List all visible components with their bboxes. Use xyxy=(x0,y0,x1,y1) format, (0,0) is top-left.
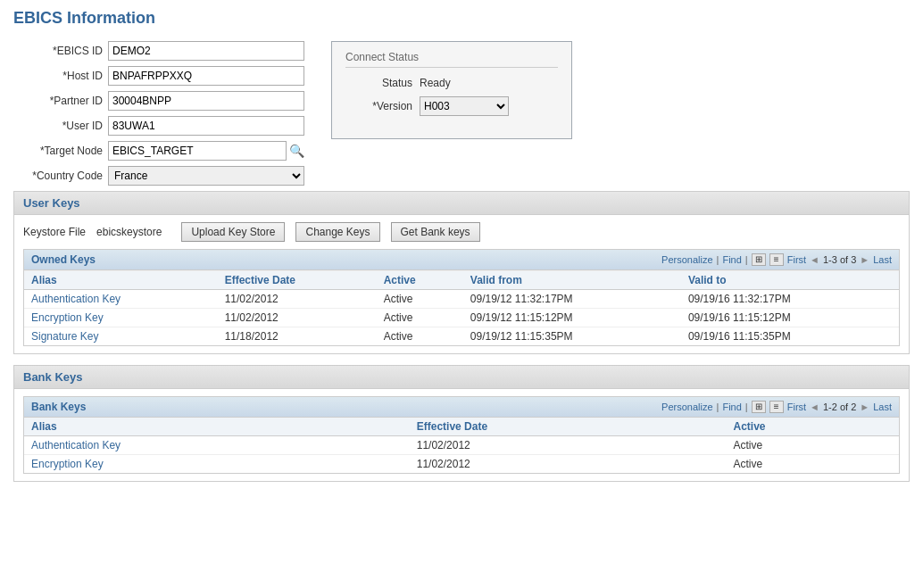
target-node-input[interactable] xyxy=(108,141,287,161)
bank-list-icon[interactable]: ≡ xyxy=(769,401,784,413)
col-alias: Alias xyxy=(24,271,218,290)
keystore-filename: ebicskeystore xyxy=(96,226,162,238)
country-code-select[interactable]: France Germany United States United King… xyxy=(108,166,304,186)
keystore-label: Keystore File xyxy=(23,226,86,238)
page-title: EBICS Information xyxy=(13,9,910,28)
valid-from-cell: 09/19/12 11:15:35PM xyxy=(463,327,681,346)
col-effective-date: Effective Date xyxy=(218,271,377,290)
user-id-label: *User ID xyxy=(13,120,103,132)
owned-keys-table: Alias Effective Date Active Valid from V… xyxy=(24,270,899,345)
ebics-id-input[interactable] xyxy=(108,41,304,61)
owned-keys-title: Owned Keys xyxy=(31,253,96,266)
host-id-input[interactable] xyxy=(108,66,304,86)
valid-to-cell: 09/19/16 11:15:12PM xyxy=(681,309,899,327)
table-row: Authentication Key 11/02/2012 Active 09/… xyxy=(24,290,899,309)
alias-link[interactable]: Authentication Key xyxy=(31,293,121,305)
change-keys-button[interactable]: Change Keys xyxy=(295,222,379,242)
get-bank-keys-button[interactable]: Get Bank keys xyxy=(391,222,480,242)
grid-icon[interactable]: ⊞ xyxy=(752,253,766,266)
table-row: Authentication Key 11/02/2012 Active xyxy=(24,436,899,455)
bank-effective-date-cell: 11/02/2012 xyxy=(410,455,727,474)
host-id-label: *Host ID xyxy=(13,70,103,82)
bank-keys-section: Bank Keys Bank Keys Personalize | Find |… xyxy=(13,365,910,482)
bank-col-active: Active xyxy=(726,418,899,436)
status-label: Status xyxy=(345,77,412,89)
bank-grid-icon[interactable]: ⊞ xyxy=(752,401,766,413)
bank-personalize-link[interactable]: Personalize xyxy=(661,402,712,412)
bank-pagination-text: 1-2 of 2 xyxy=(823,402,856,412)
valid-from-cell: 09/19/12 11:15:12PM xyxy=(463,309,681,327)
bank-effective-date-cell: 11/02/2012 xyxy=(410,436,727,455)
user-keys-section: User Keys Keystore File ebicskeystore Up… xyxy=(13,191,910,354)
prev-nav[interactable]: ◄ xyxy=(810,254,819,265)
pagination-text: 1-3 of 3 xyxy=(823,254,856,265)
upload-keystore-button[interactable]: Upload Key Store xyxy=(181,222,285,242)
table-row: Encryption Key 11/02/2012 Active 09/19/1… xyxy=(24,309,899,327)
effective-date-cell: 11/18/2012 xyxy=(218,327,377,346)
valid-to-cell: 09/19/16 11:15:35PM xyxy=(681,327,899,346)
owned-keys-panel: Owned Keys Personalize | Find | ⊞ ≡ Firs… xyxy=(23,249,900,346)
bank-active-cell: Active xyxy=(726,455,899,474)
bank-prev-nav[interactable]: ◄ xyxy=(810,402,819,412)
version-select[interactable]: H003 H004 H005 xyxy=(420,96,509,116)
bank-first-label[interactable]: First xyxy=(787,402,806,412)
connect-status-panel: Connect Status Status Ready *Version H00… xyxy=(331,41,572,139)
effective-date-cell: 11/02/2012 xyxy=(218,290,377,309)
col-valid-from: Valid from xyxy=(463,271,681,290)
bank-col-effective-date: Effective Date xyxy=(410,418,727,436)
alias-link[interactable]: Signature Key xyxy=(31,330,98,343)
active-cell: Active xyxy=(377,327,463,346)
table-row: Signature Key 11/18/2012 Active 09/19/12… xyxy=(24,327,899,346)
owned-keys-pagination: Personalize | Find | ⊞ ≡ First ◄ 1-3 of … xyxy=(661,253,892,266)
ebics-id-label: *EBICS ID xyxy=(13,45,103,57)
bank-alias-link[interactable]: Encryption Key xyxy=(31,458,104,470)
last-label[interactable]: Last xyxy=(873,254,892,265)
active-cell: Active xyxy=(377,309,463,327)
personalize-link[interactable]: Personalize xyxy=(661,254,712,265)
target-node-search-icon[interactable]: 🔍 xyxy=(289,144,304,158)
table-row: Encryption Key 11/02/2012 Active xyxy=(24,455,899,474)
col-active: Active xyxy=(377,271,463,290)
find-link[interactable]: Find xyxy=(722,254,741,265)
bank-keys-section-header: Bank Keys xyxy=(14,366,909,389)
bank-keys-inner-title: Bank Keys xyxy=(31,401,86,413)
col-valid-to: Valid to xyxy=(681,271,899,290)
list-icon[interactable]: ≡ xyxy=(769,253,784,266)
partner-id-label: *Partner ID xyxy=(13,95,103,107)
partner-id-input[interactable] xyxy=(108,91,304,111)
valid-to-cell: 09/19/16 11:32:17PM xyxy=(681,290,899,309)
connect-status-title: Connect Status xyxy=(345,51,558,68)
first-label[interactable]: First xyxy=(787,254,806,265)
bank-keys-pagination: Personalize | Find | ⊞ ≡ First ◄ 1-2 of … xyxy=(661,401,892,413)
version-label: *Version xyxy=(345,100,412,112)
effective-date-cell: 11/02/2012 xyxy=(218,309,377,327)
bank-keys-inner-panel: Bank Keys Personalize | Find | ⊞ ≡ First… xyxy=(23,396,900,474)
status-value: Ready xyxy=(420,77,451,89)
active-cell: Active xyxy=(377,290,463,309)
bank-col-alias: Alias xyxy=(24,418,410,436)
bank-alias-link[interactable]: Authentication Key xyxy=(31,439,121,451)
bank-find-link[interactable]: Find xyxy=(722,402,741,412)
valid-from-cell: 09/19/12 11:32:17PM xyxy=(463,290,681,309)
country-code-label: *Country Code xyxy=(13,170,103,182)
bank-active-cell: Active xyxy=(726,436,899,455)
bank-next-nav[interactable]: ► xyxy=(860,402,869,412)
target-node-label: *Target Node xyxy=(13,145,103,157)
user-keys-header: User Keys xyxy=(14,192,909,215)
next-nav[interactable]: ► xyxy=(860,254,869,265)
bank-keys-table: Alias Effective Date Active Authenticati… xyxy=(24,418,899,473)
bank-last-label[interactable]: Last xyxy=(873,402,892,412)
user-id-input[interactable] xyxy=(108,116,304,136)
alias-link[interactable]: Encryption Key xyxy=(31,311,104,324)
